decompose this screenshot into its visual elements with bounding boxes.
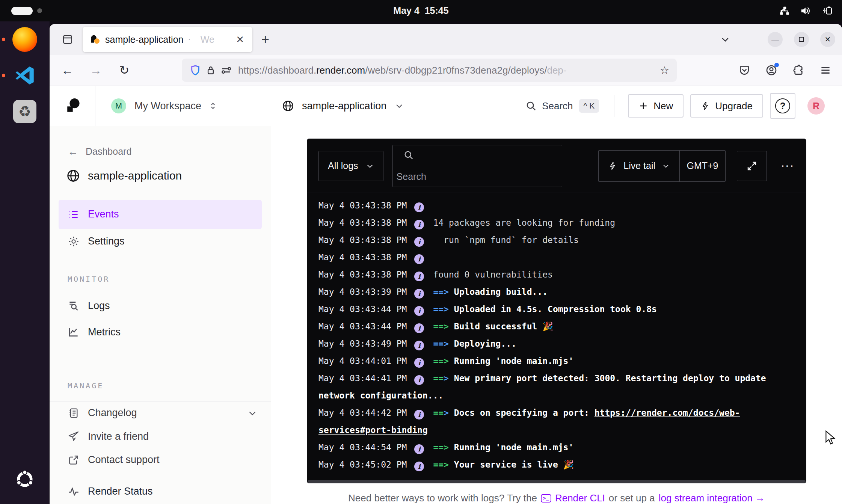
tab-close-button[interactable]: ✕ bbox=[233, 32, 247, 47]
log-search-input[interactable]: Search bbox=[392, 145, 562, 187]
terminal-icon: >_ bbox=[541, 494, 551, 502]
changelog-icon bbox=[68, 407, 80, 419]
reload-button[interactable]: ↻ bbox=[116, 63, 133, 77]
permissions-icon[interactable] bbox=[220, 64, 232, 76]
workspace-avatar: M bbox=[111, 98, 126, 113]
log-message: ==> Build successful 🎉 bbox=[433, 321, 553, 331]
global-search[interactable]: Search ^ K bbox=[525, 99, 599, 113]
extensions-icon[interactable] bbox=[792, 64, 804, 76]
sidebar-item-invite[interactable]: Invite a friend bbox=[50, 425, 271, 448]
search-label: Search bbox=[542, 100, 573, 112]
chevron-down-icon[interactable] bbox=[247, 408, 257, 418]
log-line: May 4 03:44:54 PMi==> Running 'node main… bbox=[318, 439, 795, 456]
sidebar-item-changelog[interactable]: Changelog bbox=[50, 401, 271, 425]
new-tab-button[interactable]: + bbox=[258, 32, 273, 47]
bookmark-star-icon[interactable]: ☆ bbox=[660, 64, 669, 77]
tracking-shield-icon[interactable] bbox=[189, 64, 201, 76]
account-icon[interactable] bbox=[765, 64, 777, 76]
arrow-icon: == bbox=[433, 321, 444, 331]
log-line: May 4 03:43:38 PMi bbox=[318, 249, 795, 266]
sidebar-item-metrics[interactable]: Metrics bbox=[50, 320, 271, 344]
service-name: sample-application bbox=[302, 100, 386, 112]
url-text[interactable]: https://dashboard.render.com/web/srv-d0b… bbox=[238, 65, 657, 76]
info-icon: i bbox=[414, 375, 424, 385]
account-notification-dot bbox=[774, 63, 779, 67]
dock: ♻ bbox=[0, 21, 50, 504]
minimize-button[interactable]: — bbox=[768, 32, 783, 47]
plus-icon bbox=[638, 101, 648, 111]
arrow-icon: == bbox=[433, 287, 444, 297]
log-message: ==> Uploaded in 4.5s. Compression took 0… bbox=[433, 304, 656, 314]
log-message: run `npm fund` for details bbox=[433, 235, 579, 245]
dock-item-vscode[interactable] bbox=[0, 57, 50, 94]
log-panel: All logs Search bbox=[307, 139, 806, 483]
back-button[interactable]: ← bbox=[59, 63, 76, 77]
render-cli-link[interactable]: Render CLI bbox=[555, 492, 605, 504]
maximize-button[interactable] bbox=[794, 32, 809, 47]
system-clock[interactable]: May 4 15:45 bbox=[393, 5, 448, 16]
log-timestamp: May 4 03:43:38 PM bbox=[318, 201, 407, 210]
log-timestamp: May 4 03:43:38 PM bbox=[318, 235, 407, 245]
dock-item-updater[interactable]: ♻ bbox=[0, 94, 50, 130]
logs-footer-hint: Need better ways to work with logs? Try … bbox=[348, 492, 765, 504]
log-filter-dropdown[interactable]: All logs bbox=[318, 151, 383, 181]
sidebar-back-link[interactable]: ← Dashboard bbox=[50, 145, 271, 158]
pocket-icon[interactable] bbox=[738, 64, 750, 76]
expand-logs-button[interactable] bbox=[737, 151, 767, 181]
globe-icon bbox=[66, 169, 80, 183]
workspace-selector[interactable]: M My Workspace bbox=[111, 98, 218, 113]
sidebar-item-contact-support[interactable]: Contact support bbox=[50, 448, 271, 471]
info-icon: i bbox=[414, 289, 424, 299]
log-line: May 4 03:43:44 PMi==> Uploaded in 4.5s. … bbox=[318, 300, 795, 318]
menu-icon[interactable] bbox=[819, 64, 831, 76]
live-tail-dropdown[interactable]: Live tail bbox=[599, 151, 679, 181]
render-logo[interactable] bbox=[50, 86, 95, 126]
log-line: May 4 03:43:44 PMi==> Build successful 🎉 bbox=[318, 318, 795, 335]
system-status-icons[interactable] bbox=[779, 0, 834, 21]
main-content: All logs Search bbox=[271, 126, 842, 504]
info-icon: i bbox=[414, 202, 424, 212]
url-bar[interactable]: https://dashboard.render.com/web/srv-d0b… bbox=[182, 59, 677, 82]
firefox-view-icon[interactable] bbox=[59, 31, 76, 48]
workspaces-pill[interactable] bbox=[11, 7, 33, 15]
log-timestamp: May 4 03:44:54 PM bbox=[318, 442, 407, 452]
sidebar-item-logs[interactable]: Logs bbox=[50, 293, 271, 318]
list-tabs-chevron-icon[interactable] bbox=[720, 35, 730, 44]
arrow-icon: == bbox=[433, 356, 444, 366]
new-button[interactable]: New bbox=[628, 94, 684, 118]
dock-item-firefox[interactable] bbox=[0, 21, 50, 57]
logs-search-icon bbox=[68, 300, 80, 312]
forward-button[interactable]: → bbox=[87, 63, 104, 77]
log-message: ==> Uploading build... bbox=[433, 287, 548, 297]
log-timestamp: May 4 03:44:41 PM bbox=[318, 373, 407, 383]
arrow-icon: > bbox=[444, 339, 449, 349]
sidebar-item-render-status[interactable]: Render Status bbox=[50, 479, 271, 504]
sidebar-item-events[interactable]: Events bbox=[59, 200, 262, 229]
log-timestamp: May 4 03:43:49 PM bbox=[318, 339, 407, 349]
lock-icon[interactable] bbox=[205, 65, 216, 76]
upgrade-button[interactable]: Upgrade bbox=[690, 94, 763, 118]
workspace-dot[interactable] bbox=[37, 8, 42, 13]
log-timestamp: May 4 03:44:01 PM bbox=[318, 356, 407, 366]
log-stream-link[interactable]: log stream integration → bbox=[659, 492, 765, 504]
log-timestamp: May 4 03:43:38 PM bbox=[318, 252, 407, 262]
close-button[interactable]: ✕ bbox=[820, 32, 835, 47]
firefox-window: sample-application · We ✕ + — ✕ ← → ↻ bbox=[50, 24, 842, 504]
service-selector[interactable]: sample-application bbox=[282, 100, 404, 112]
sidebar-section-monitor: MONITOR bbox=[50, 273, 271, 284]
info-icon: i bbox=[414, 306, 424, 316]
horizontal-scrollbar[interactable] bbox=[308, 480, 806, 483]
dock-item-show-apps[interactable] bbox=[0, 461, 50, 497]
more-options-button[interactable]: ⋯ bbox=[780, 158, 795, 174]
timezone-button[interactable]: GMT+9 bbox=[679, 151, 725, 181]
help-button[interactable]: ? bbox=[770, 93, 795, 119]
chevron-up-down-icon bbox=[208, 101, 218, 111]
back-arrow-icon: ← bbox=[68, 146, 78, 158]
log-line: May 4 03:44:01 PMi==> Running 'node main… bbox=[318, 352, 795, 370]
sidebar-service-title[interactable]: sample-application bbox=[50, 167, 271, 185]
log-timestamp: May 4 03:45:02 PM bbox=[318, 460, 407, 469]
user-avatar[interactable]: R bbox=[807, 97, 825, 115]
active-tab[interactable]: sample-application · We ✕ bbox=[83, 27, 252, 52]
sidebar-item-settings[interactable]: Settings bbox=[50, 229, 271, 254]
info-icon: i bbox=[414, 341, 424, 350]
